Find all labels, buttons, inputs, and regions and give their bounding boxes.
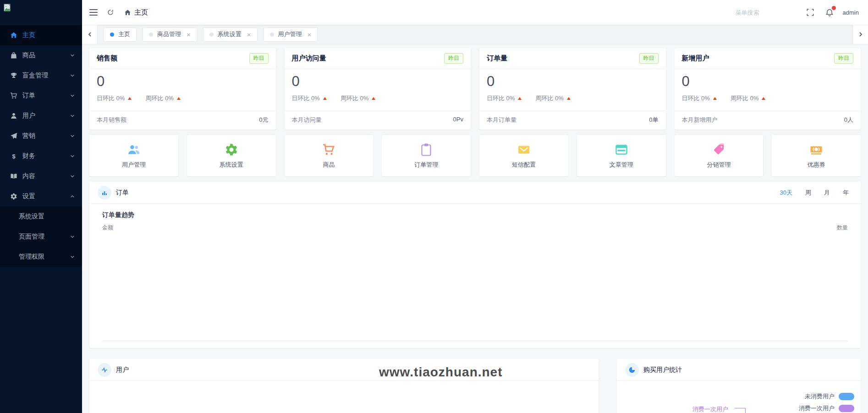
bottom-row: 用户 1 购买用户统计 未消费用户 xyxy=(89,353,861,413)
stat-footer-label: 本月访问量 xyxy=(292,116,322,124)
refresh-icon[interactable] xyxy=(107,9,114,16)
shortcut-label: 用户管理 xyxy=(122,161,146,169)
arrow-up-icon xyxy=(518,97,522,100)
sidebar-item-finance[interactable]: $ 财务 xyxy=(0,146,82,166)
close-icon[interactable]: × xyxy=(308,31,312,38)
close-icon[interactable]: × xyxy=(187,31,191,38)
stat-value: 0 xyxy=(97,73,269,90)
tab-home[interactable]: 主页 xyxy=(104,27,137,42)
shortcut-label: 分销管理 xyxy=(707,161,731,169)
chart-title: 订单量趋势 xyxy=(102,211,848,219)
range-option-year[interactable]: 年 xyxy=(843,189,849,197)
arrow-up-icon xyxy=(323,97,327,100)
menu-toggle-icon[interactable] xyxy=(89,9,98,16)
order-panel-header: 订单 30天 周 月 年 xyxy=(89,182,861,204)
tag-icon xyxy=(712,143,725,157)
sidebar-item-label: 主页 xyxy=(22,31,75,39)
sidebar-item-home[interactable]: 主页 xyxy=(0,25,82,45)
chevron-down-icon xyxy=(70,154,75,158)
range-option-week[interactable]: 周 xyxy=(805,189,811,197)
tab-dot xyxy=(209,33,214,37)
sidebar-item-label: 营销 xyxy=(22,132,70,140)
sidebar-item-label: 用户 xyxy=(22,112,70,120)
chevron-down-icon xyxy=(70,93,75,98)
panel-title: 用户 xyxy=(116,366,129,374)
stat-title: 销售额 xyxy=(97,54,117,63)
shortcut-sms-config[interactable]: 短信配置 xyxy=(479,135,568,176)
gear-icon xyxy=(225,143,238,157)
yesterday-badge: 昨日 xyxy=(639,53,659,64)
menu-search-input[interactable] xyxy=(736,9,795,16)
shortcut-goods[interactable]: 商品 xyxy=(285,135,374,176)
sidebar-item-label: 订单 xyxy=(22,92,70,100)
dollar-icon: $ xyxy=(10,152,17,160)
users-icon xyxy=(127,143,141,157)
broken-image-icon xyxy=(4,4,11,11)
tab-user-management[interactable]: 用户管理 × xyxy=(264,27,318,42)
notifications-bell-icon[interactable] xyxy=(825,8,834,16)
fullscreen-icon[interactable] xyxy=(806,8,814,16)
shortcut-order-management[interactable]: 订单管理 xyxy=(382,135,471,176)
range-option-30d[interactable]: 30天 xyxy=(780,189,792,197)
range-option-month[interactable]: 月 xyxy=(824,189,830,197)
sidebar-item-users[interactable]: 用户 xyxy=(0,106,82,126)
shortcut-label: 短信配置 xyxy=(512,161,536,169)
pulse-icon xyxy=(98,363,111,377)
week-ratio: 周环比 0% xyxy=(341,94,368,103)
tab-goods-management[interactable]: 商品管理 × xyxy=(143,27,197,42)
pie-callout-once: 消费一次用户 xyxy=(692,405,728,413)
user-panel: 用户 1 xyxy=(89,359,599,413)
user-menu[interactable]: admin xyxy=(843,9,859,16)
breadcrumb[interactable]: 主页 xyxy=(124,8,148,17)
svg-text:$: $ xyxy=(12,153,16,160)
sidebar-item-goods[interactable]: 商品 xyxy=(0,45,82,65)
sidebar-item-orders[interactable]: 订单 xyxy=(0,86,82,106)
chevron-down-icon xyxy=(70,114,75,118)
bag-icon xyxy=(10,52,17,59)
stat-footer-label: 本月新增用户 xyxy=(682,116,718,124)
tabbar: 主页 商品管理 × 系统设置 × 用户管理 × xyxy=(82,25,868,44)
shortcut-article-management[interactable]: 文章管理 xyxy=(577,135,666,176)
sidebar-subitem-system-settings[interactable]: 系统设置 xyxy=(0,206,82,227)
legend-label: 未消费用户 xyxy=(805,392,835,401)
tabs-scroll-right-icon[interactable] xyxy=(852,25,868,44)
user-icon xyxy=(10,112,17,120)
tab-dot xyxy=(270,33,274,37)
close-icon[interactable]: × xyxy=(247,31,251,38)
purchase-stats-panel: 购买用户统计 未消费用户 消费一次用户 留存客户 xyxy=(617,359,861,413)
shortcut-coupons[interactable]: 优惠券 xyxy=(772,135,861,176)
shortcut-user-management[interactable]: 用户管理 xyxy=(89,135,178,176)
sidebar-item-label: 商品 xyxy=(22,51,70,60)
stat-card-visits: 用户访问量 昨日 0 日环比 0% 周环比 0% 本月访问量 0Pv xyxy=(285,48,471,130)
day-ratio: 日环比 0% xyxy=(682,94,710,103)
chevron-up-icon xyxy=(70,194,75,199)
sidebar-subitem-page-management[interactable]: 页面管理 xyxy=(0,227,82,247)
legend-swatch xyxy=(839,405,854,412)
sidebar-subitem-admin-permissions[interactable]: 管理权限 xyxy=(0,247,82,267)
user-panel-header: 用户 xyxy=(89,359,599,381)
stat-card-sales: 销售额 昨日 0 日环比 0% 周环比 0% 本月销售额 0元 xyxy=(89,48,276,130)
page-title: 主页 xyxy=(134,8,148,17)
legend-label: 消费一次用户 xyxy=(799,404,835,413)
sidebar-item-blindbox[interactable]: 盲盒管理 xyxy=(0,65,82,86)
chevron-down-icon xyxy=(70,174,75,179)
shortcut-distribution-management[interactable]: 分销管理 xyxy=(675,135,764,176)
sidebar-item-marketing[interactable]: 营销 xyxy=(0,126,82,146)
tab-dot xyxy=(110,33,114,37)
sidebar-item-content[interactable]: 内容 xyxy=(0,166,82,186)
cart-icon xyxy=(322,143,335,157)
arrow-up-icon xyxy=(177,97,181,100)
shortcut-label: 订单管理 xyxy=(414,161,438,169)
stat-card-orders: 订单量 昨日 0 日环比 0% 周环比 0% 本月订单量 0单 xyxy=(479,48,666,130)
chevron-down-icon xyxy=(70,234,75,239)
pie-chart-icon xyxy=(625,363,639,377)
legend-item-unconsumed[interactable]: 未消费用户 xyxy=(799,392,854,401)
tab-system-settings[interactable]: 系统设置 × xyxy=(203,27,258,42)
week-ratio: 周环比 0% xyxy=(731,94,758,103)
tabs-scroll-left-icon[interactable] xyxy=(82,25,98,44)
arrow-up-icon xyxy=(762,97,765,100)
shortcut-system-settings[interactable]: 系统设置 xyxy=(187,135,276,176)
sidebar-item-settings[interactable]: 设置 xyxy=(0,186,82,206)
tab-label: 商品管理 xyxy=(157,30,181,38)
legend-item-once[interactable]: 消费一次用户 xyxy=(799,404,854,413)
